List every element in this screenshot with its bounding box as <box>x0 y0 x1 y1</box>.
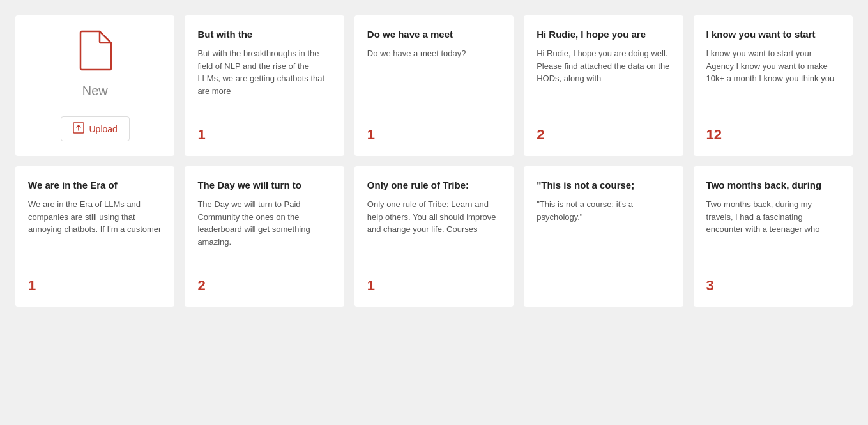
card-count: 1 <box>367 127 501 143</box>
card-body: I know you want to start your Agency I k… <box>706 47 840 118</box>
card-title: I know you want to start <box>706 28 840 41</box>
new-label: New <box>82 84 108 98</box>
card-we-are-in-the-era[interactable]: We are in the Era of We are in the Era o… <box>15 166 174 307</box>
row-2: We are in the Era of We are in the Era o… <box>15 166 853 307</box>
card-body: "This is not a course; it's a psychology… <box>537 198 670 285</box>
card-count: 1 <box>197 127 331 143</box>
card-i-know-you-want[interactable]: I know you want to start I know you want… <box>694 15 853 156</box>
card-count: 2 <box>537 127 670 143</box>
card-count: 1 <box>367 277 501 294</box>
card-count: 2 <box>197 277 331 294</box>
card-count: 1 <box>28 277 162 294</box>
card-title: Do we have a meet <box>367 28 501 41</box>
card-this-is-not-a-course[interactable]: "This is not a course; "This is not a co… <box>524 166 683 307</box>
card-body: But with the breakthroughs in the field … <box>197 47 331 118</box>
card-body: Do we have a meet today? <box>367 47 501 118</box>
card-body: Two months back, during my travels, I ha… <box>706 198 840 268</box>
card-body: We are in the Era of LLMs and companies … <box>28 198 162 268</box>
card-do-we-have-a-meet[interactable]: Do we have a meet Do we have a meet toda… <box>354 15 514 156</box>
card-body: The Day we will turn to Paid Community t… <box>197 198 331 268</box>
card-title: The Day we will turn to <box>197 179 331 192</box>
card-the-day-we-will-turn[interactable]: The Day we will turn to The Day we will … <box>185 166 344 307</box>
card-title: Two months back, during <box>706 179 840 192</box>
new-card[interactable]: New Upload <box>15 15 174 156</box>
card-but-with-the[interactable]: But with the But with the breakthroughs … <box>185 15 344 156</box>
card-count: 12 <box>706 127 840 143</box>
card-hi-rudie[interactable]: Hi Rudie, I hope you are Hi Rudie, I hop… <box>524 15 683 156</box>
card-title: "This is not a course; <box>537 179 670 192</box>
row-1: New Upload But with the But with the bre… <box>15 15 853 156</box>
card-only-one-rule[interactable]: Only one rule of Tribe: Only one rule of… <box>354 166 514 307</box>
upload-button[interactable]: Upload <box>61 116 130 141</box>
file-icon <box>78 30 112 73</box>
card-body: Hi Rudie, I hope you are doing well. Ple… <box>537 47 670 118</box>
card-title: Hi Rudie, I hope you are <box>537 28 670 41</box>
page-container: New Upload But with the But with the bre… <box>15 15 853 307</box>
card-title: But with the <box>197 28 331 41</box>
upload-icon <box>73 122 84 135</box>
upload-label: Upload <box>89 124 118 134</box>
card-title: We are in the Era of <box>28 179 162 192</box>
card-title: Only one rule of Tribe: <box>367 179 501 192</box>
card-count: 3 <box>706 277 840 294</box>
card-body: Only one rule of Tribe: Learn and help o… <box>367 198 501 268</box>
card-two-months-back[interactable]: Two months back, during Two months back,… <box>694 166 853 307</box>
